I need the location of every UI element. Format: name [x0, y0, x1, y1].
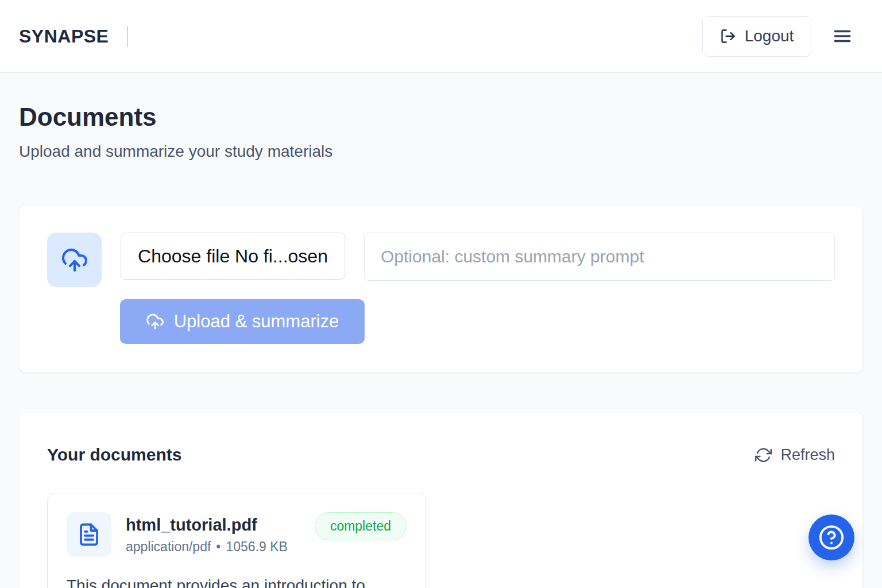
custom-prompt-input[interactable]	[364, 233, 835, 281]
document-item-card[interactable]: html_tutorial.pdf application/pdf • 1056…	[47, 493, 426, 588]
app-header: SYNAPSE Logout	[0, 0, 882, 73]
status-badge: completed	[315, 512, 407, 540]
cloud-upload-icon	[146, 312, 164, 331]
file-input[interactable]: Choose file No fi...osen	[121, 233, 345, 280]
refresh-label: Refresh	[780, 446, 835, 464]
documents-heading: Your documents	[47, 444, 181, 465]
file-icon-tile	[67, 512, 111, 557]
brand-logo: SYNAPSE	[19, 26, 109, 47]
document-filename: html_tutorial.pdf	[126, 514, 288, 535]
file-input-text: Choose file No fi...osen	[138, 246, 328, 267]
logout-icon	[720, 28, 736, 44]
logout-button[interactable]: Logout	[702, 16, 811, 57]
main-content: Documents Upload and summarize your stud…	[0, 102, 882, 588]
document-mime-type: application/pdf	[126, 539, 211, 555]
upload-icon-tile	[47, 233, 102, 287]
cloud-upload-icon	[61, 246, 88, 274]
logout-label: Logout	[745, 27, 794, 45]
upload-submit-row: Upload & summarize	[47, 299, 835, 344]
help-circle-icon	[818, 524, 845, 551]
upload-card: Choose file No fi...osen Upload & summar…	[19, 205, 863, 373]
hamburger-icon	[833, 26, 852, 46]
documents-card: Your documents Refresh	[19, 412, 863, 588]
page-title: Documents	[19, 102, 863, 132]
file-text-icon	[77, 523, 101, 547]
upload-summarize-label: Upload & summarize	[174, 311, 339, 332]
help-button[interactable]	[808, 514, 854, 560]
upload-summarize-button[interactable]: Upload & summarize	[120, 299, 365, 344]
document-meta-separator: •	[216, 539, 220, 555]
brand-divider	[127, 26, 128, 47]
menu-button[interactable]	[833, 26, 852, 46]
document-size: 1056.9 KB	[226, 539, 287, 555]
document-item-row: html_tutorial.pdf application/pdf • 1056…	[67, 512, 407, 557]
document-text-block: html_tutorial.pdf application/pdf • 1056…	[126, 512, 288, 555]
document-meta: application/pdf • 1056.9 KB	[126, 539, 288, 555]
refresh-icon	[755, 447, 772, 463]
document-summary: This document provides an introduction t…	[67, 574, 407, 588]
refresh-button[interactable]: Refresh	[755, 446, 835, 464]
page-subtitle: Upload and summarize your study material…	[19, 142, 863, 161]
upload-row: Choose file No fi...osen	[47, 233, 835, 287]
documents-header: Your documents Refresh	[47, 444, 835, 465]
